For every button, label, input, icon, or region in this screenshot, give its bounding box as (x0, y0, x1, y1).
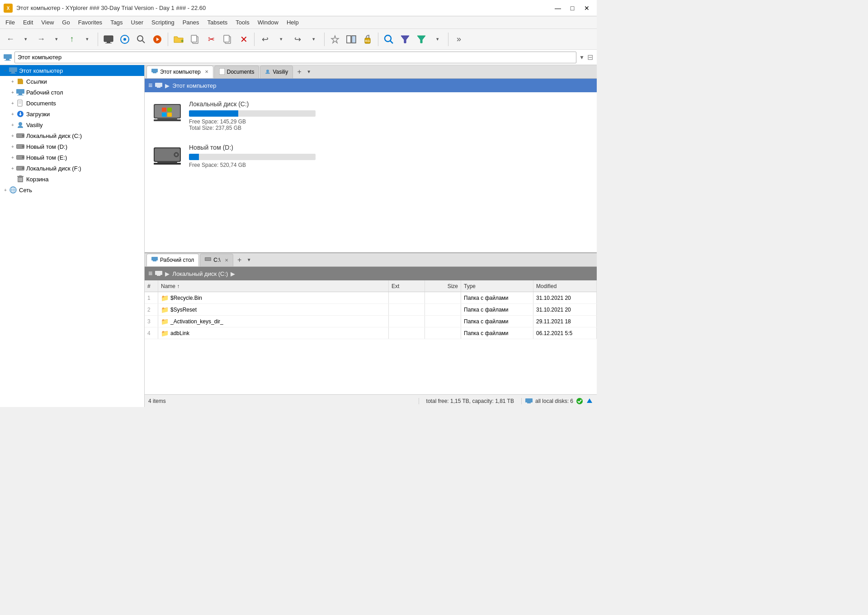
sidebar-item-new-d[interactable]: +Новый том (D:) (0, 141, 144, 152)
lower-tab-c-drive[interactable]: C:\✕ (200, 254, 233, 266)
maximize-button[interactable]: □ (566, 3, 579, 14)
paste-button[interactable] (220, 32, 235, 47)
location-button[interactable] (117, 32, 132, 47)
lower-tab-close-tab-c-drive[interactable]: ✕ (225, 258, 228, 263)
tree-toggle-desktop[interactable]: + (9, 89, 16, 96)
copy-button[interactable] (187, 32, 203, 47)
col-header-type[interactable]: Type (461, 280, 533, 292)
minimize-button[interactable]: — (552, 3, 564, 14)
up-dropdown[interactable]: ▾ (80, 32, 95, 47)
filter-button[interactable] (397, 32, 413, 47)
tab-dropdown-button[interactable]: ▼ (306, 68, 312, 75)
tree-toggle-local-c[interactable]: + (9, 132, 16, 139)
redo-button[interactable]: ↪ (290, 32, 305, 47)
col-header-name[interactable]: Name ↑ (158, 280, 389, 292)
sidebar-item-local-c[interactable]: +Локальный диск (C:) (0, 130, 144, 141)
tree-toggle-network[interactable]: + (2, 186, 9, 194)
search-files-button[interactable] (381, 32, 396, 47)
menu-item-file[interactable]: File (2, 18, 19, 27)
address-dropdown[interactable]: ▼ (579, 54, 585, 61)
path-menu-icon[interactable]: ≡ (148, 81, 152, 90)
col-header-modified[interactable]: Modified (533, 280, 597, 292)
drive-c-item[interactable]: Локальный диск (C:) Free Space: 145,29 G… (148, 96, 593, 136)
menu-item-help[interactable]: Help (283, 18, 302, 27)
upper-tab-this-pc[interactable]: Этот компьютер✕ (146, 66, 213, 78)
sidebar-item-vasiliy[interactable]: +Vasiliy (0, 119, 144, 130)
tree-toggle-new-e[interactable]: + (9, 154, 16, 161)
file-list[interactable]: 1 📁 $Recycle.Bin Папка с файлами 31.10.2… (145, 292, 597, 394)
kg-button[interactable]: KG (360, 32, 375, 47)
filter-icon[interactable]: ⊟ (587, 53, 593, 62)
forward-dropdown[interactable]: ▾ (49, 32, 64, 47)
tree-toggle-links[interactable]: + (9, 78, 16, 85)
sidebar-item-documents[interactable]: +Documents (0, 98, 144, 109)
upper-tab-documents[interactable]: Documents (214, 66, 259, 78)
col-header-ext[interactable]: Ext (389, 280, 425, 292)
lower-path-menu-icon[interactable]: ≡ (148, 270, 152, 278)
sidebar-item-desktop[interactable]: +Рабочий стол (0, 87, 144, 98)
tree-toggle-new-d[interactable]: + (9, 143, 16, 150)
favorites-button[interactable] (327, 32, 343, 47)
filter2-button[interactable] (414, 32, 429, 47)
lower-tab-dropdown-button[interactable]: ▼ (246, 256, 252, 263)
tree-toggle-trash[interactable] (9, 175, 16, 183)
menu-item-tabsets[interactable]: Tabsets (204, 18, 231, 27)
tree-toggle-vasiliy[interactable]: + (9, 121, 16, 128)
lower-tab-desktop[interactable]: Рабочий стол (146, 254, 199, 266)
search-button[interactable] (133, 32, 149, 47)
scissors-button[interactable]: ✂ (203, 32, 219, 47)
menu-item-user[interactable]: User (127, 18, 147, 27)
sidebar-item-downloads[interactable]: +Загрузки (0, 109, 144, 119)
col-header-size[interactable]: Size (425, 280, 461, 292)
file-row-2[interactable]: 3 📁 _Activation_keys_dir_ Папка с файлам… (145, 316, 597, 327)
sidebar-item-trash[interactable]: Корзина (0, 174, 144, 184)
undo-dropdown[interactable]: ▾ (274, 32, 289, 47)
file-row-1[interactable]: 2 📁 $SysReset Папка с файлами 31.10.2021… (145, 304, 597, 316)
sidebar-item-network[interactable]: +Сеть (0, 184, 144, 195)
delete-button[interactable]: ✕ (236, 32, 251, 47)
close-button[interactable]: ✕ (580, 3, 593, 14)
menu-item-window[interactable]: Window (254, 18, 282, 27)
menu-item-favorites[interactable]: Favorites (75, 18, 106, 27)
tree-toggle-downloads[interactable]: + (9, 110, 16, 118)
tab-close-tab-this-pc[interactable]: ✕ (205, 69, 208, 74)
upper-browser-content[interactable]: Локальный диск (C:) Free Space: 145,29 G… (145, 92, 597, 252)
upper-tab-vasiliy[interactable]: Vasiliy (260, 66, 293, 78)
menu-item-go[interactable]: Go (58, 18, 73, 27)
menu-item-view[interactable]: View (38, 18, 57, 27)
file-row-3[interactable]: 4 📁 adbLink Папка с файлами 06.12.2021 5… (145, 327, 597, 339)
sidebar-item-this-pc[interactable]: −Этот компьютер (0, 65, 144, 76)
tree-toggle-documents[interactable]: + (9, 99, 16, 107)
path-label[interactable]: Этот компьютер (172, 82, 216, 89)
lower-path-label[interactable]: Локальный диск (C:) (172, 270, 228, 277)
menu-item-tags[interactable]: Tags (107, 18, 126, 27)
back-dropdown[interactable]: ▾ (18, 32, 33, 47)
filter-dropdown[interactable]: ▾ (430, 32, 445, 47)
lower-add-tab-button[interactable]: + (234, 255, 245, 265)
sidebar-item-local-f[interactable]: +Локальный диск (F:) (0, 163, 144, 174)
menu-item-edit[interactable]: Edit (19, 18, 37, 27)
up-button[interactable]: ↑ (64, 32, 80, 47)
sidebar-item-new-e[interactable]: +Новый том (E:) (0, 152, 144, 163)
back-button[interactable]: ← (3, 32, 18, 47)
this-pc-button[interactable] (101, 32, 116, 47)
menu-item-panes[interactable]: Panes (179, 18, 203, 27)
new-folder-button[interactable]: + (171, 32, 186, 47)
file-row-0[interactable]: 1 📁 $Recycle.Bin Папка с файлами 31.10.2… (145, 292, 597, 304)
tree-toggle-this-pc[interactable]: − (2, 67, 9, 74)
redo-dropdown[interactable]: ▾ (306, 32, 321, 47)
undo-button[interactable]: ↩ (257, 32, 273, 47)
dual-pane-button[interactable] (344, 32, 359, 47)
tree-toggle-local-f[interactable]: + (9, 165, 16, 172)
go-button[interactable] (150, 32, 165, 47)
menu-item-scripting[interactable]: Scripting (148, 18, 178, 27)
drive-d-item[interactable]: Новый том (D:) Free Space: 520,74 GB (148, 139, 593, 173)
menu-item-tools[interactable]: Tools (232, 18, 253, 27)
address-input[interactable] (14, 52, 576, 63)
forward-button[interactable]: → (33, 32, 49, 47)
sidebar-item-links[interactable]: +Ссылки (0, 76, 144, 87)
col-header-num[interactable]: # (145, 280, 158, 292)
more-button[interactable]: » (451, 32, 467, 47)
svg-rect-94 (155, 271, 162, 275)
add-tab-button[interactable]: + (294, 66, 305, 77)
